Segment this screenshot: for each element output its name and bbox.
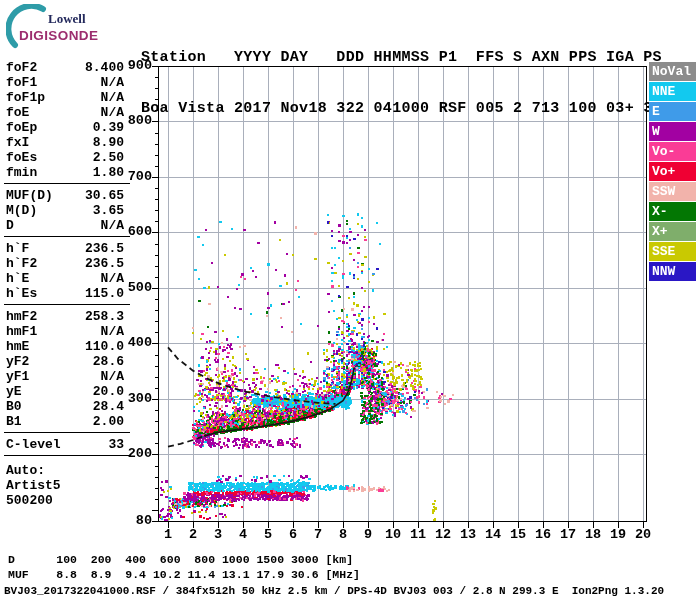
- y-tick-label: 500: [116, 281, 152, 295]
- param-label: foF1: [6, 75, 37, 90]
- autoscaling-info: Auto:Artist5500200: [6, 463, 124, 508]
- muf-row: MUF 8.8 8.9 9.4 10.2 11.4 13.1 17.9 30.6…: [8, 568, 360, 582]
- param-label: B1: [6, 414, 22, 429]
- y-tick-label: 80: [116, 514, 152, 528]
- legend-item-vo: Vo-: [649, 142, 696, 161]
- y-tick-label: 700: [116, 170, 152, 184]
- parameter-row: yF228.6: [6, 354, 124, 369]
- x-tick-label: 7: [305, 528, 331, 542]
- y-tick-label: 800: [116, 114, 152, 128]
- parameter-row: C-level33: [6, 437, 124, 452]
- status-line: BVJ03_2017322041000.RSF / 384fx512h 50 k…: [4, 585, 664, 598]
- param-label: fxI: [6, 135, 29, 150]
- parameter-row: M(D)3.65: [6, 203, 124, 218]
- parameter-row: foF1N/A: [6, 75, 124, 90]
- parameter-row: foF1pN/A: [6, 90, 124, 105]
- parameter-row: hmE110.0: [6, 339, 124, 354]
- x-tick-label: 17: [555, 528, 581, 542]
- legend-item-vo: Vo+: [649, 162, 696, 181]
- header-field-values: Boa Vista 2017 Nov18 322 041000 RSF 005 …: [141, 100, 662, 117]
- param-value: 2.50: [93, 150, 124, 165]
- x-tick-label: 4: [230, 528, 256, 542]
- legend-item-nnw: NNW: [649, 262, 696, 281]
- param-value: 2.00: [93, 414, 124, 429]
- x-tick-label: 8: [330, 528, 356, 542]
- param-label: B0: [6, 399, 22, 414]
- legend-item-sse: SSE: [649, 242, 696, 261]
- param-label: foF2: [6, 60, 37, 75]
- digisonde-logo: Lowell DIGISONDE: [6, 4, 126, 50]
- parameter-row: yF1N/A: [6, 369, 124, 384]
- x-tick-label: 10: [380, 528, 406, 542]
- parameter-row: hmF2258.3: [6, 309, 124, 324]
- x-tick-label: 13: [455, 528, 481, 542]
- x-tick-label: 2: [180, 528, 206, 542]
- param-label: foEp: [6, 120, 37, 135]
- legend-item-x: X+: [649, 222, 696, 241]
- param-value: 3.65: [93, 203, 124, 218]
- param-value: 258.3: [85, 309, 124, 324]
- panel-divider: [4, 432, 130, 433]
- param-label: M(D): [6, 203, 37, 218]
- x-tick-label: 18: [580, 528, 606, 542]
- y-tick-label: 600: [116, 225, 152, 239]
- panel-divider: [4, 183, 130, 184]
- parameter-row: fmin1.80: [6, 165, 124, 180]
- parameter-row: B12.00: [6, 414, 124, 429]
- param-label: foE: [6, 105, 29, 120]
- param-label: h`E: [6, 271, 29, 286]
- header-field-names: Station YYYY DAY DDD HHMMSS P1 FFS S AXN…: [141, 49, 662, 66]
- param-label: foEs: [6, 150, 37, 165]
- x-tick-label: 12: [430, 528, 456, 542]
- x-tick-label: 6: [280, 528, 306, 542]
- autoscaling-line: Artist5: [6, 478, 124, 493]
- x-tick-label: 1: [155, 528, 181, 542]
- param-label: C-level: [6, 437, 61, 452]
- x-tick-label: 20: [630, 528, 656, 542]
- legend-item-nne: NNE: [649, 82, 696, 101]
- legend-item-ssw: SSW: [649, 182, 696, 201]
- param-value: 236.5: [85, 241, 124, 256]
- parameter-row: foF28.400: [6, 60, 124, 75]
- parameter-row: DN/A: [6, 218, 124, 233]
- param-value: 28.6: [93, 354, 124, 369]
- param-value: N/A: [101, 90, 124, 105]
- panel-divider: [4, 455, 130, 456]
- distance-row: D 100 200 400 600 800 1000 1500 3000 [km…: [8, 553, 353, 567]
- param-label: hmF2: [6, 309, 37, 324]
- parameter-row: foEp0.39: [6, 120, 124, 135]
- param-value: 8.90: [93, 135, 124, 150]
- param-value: N/A: [101, 75, 124, 90]
- param-label: fmin: [6, 165, 37, 180]
- x-tick-label: 16: [530, 528, 556, 542]
- y-tick-label: 200: [116, 447, 152, 461]
- param-label: foF1p: [6, 90, 45, 105]
- param-label: yE: [6, 384, 22, 399]
- parameter-panel: foF28.400foF1N/AfoF1pN/AfoEN/AfoEp0.39fx…: [6, 60, 124, 508]
- parameter-row: h`F2236.5: [6, 256, 124, 271]
- param-value: N/A: [101, 369, 124, 384]
- legend-item-noval: NoVal: [649, 62, 696, 81]
- param-label: hmE: [6, 339, 29, 354]
- parameter-row: B028.4: [6, 399, 124, 414]
- logo-digisonde-text: DIGISONDE: [19, 28, 98, 43]
- parameter-row: h`Es115.0: [6, 286, 124, 301]
- parameter-row: yE20.0: [6, 384, 124, 399]
- legend-item-x: X-: [649, 202, 696, 221]
- y-tick-label: 300: [116, 392, 152, 406]
- param-value: 236.5: [85, 256, 124, 271]
- direction-color-legend: NoValNNEEWVo-Vo+SSWX-X+SSENNW: [649, 62, 696, 282]
- panel-divider: [4, 304, 130, 305]
- parameter-row: hmF1N/A: [6, 324, 124, 339]
- param-label: D: [6, 218, 14, 233]
- param-label: yF2: [6, 354, 29, 369]
- parameter-row: foEN/A: [6, 105, 124, 120]
- parameter-row: h`F236.5: [6, 241, 124, 256]
- param-label: h`F: [6, 241, 29, 256]
- logo-lowell-text: Lowell: [48, 11, 86, 26]
- parameter-row: h`EN/A: [6, 271, 124, 286]
- legend-item-e: E: [649, 102, 696, 121]
- parameter-row: MUF(D)30.65: [6, 188, 124, 203]
- parameter-row: fxI8.90: [6, 135, 124, 150]
- measurement-header: Station YYYY DAY DDD HHMMSS P1 FFS S AXN…: [141, 15, 662, 134]
